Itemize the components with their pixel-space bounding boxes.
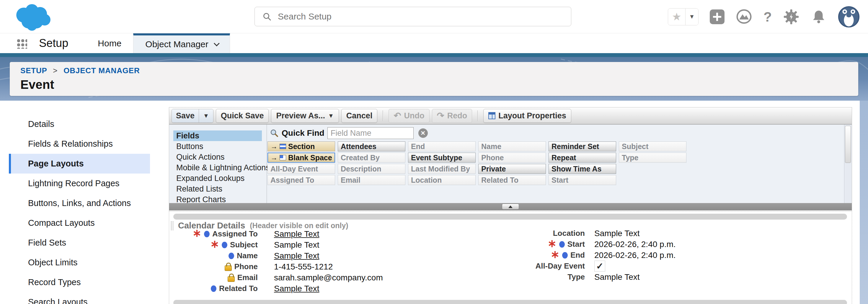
sidebar-item-record-types[interactable]: Record Types	[9, 272, 150, 292]
sidebar-item-label: Fields & Relationships	[28, 139, 113, 149]
breadcrumb-separator: >	[53, 66, 58, 75]
favorites-star-icon[interactable]: ★	[668, 8, 685, 25]
sidebar-item-compact-layouts[interactable]: Compact Layouts	[9, 213, 150, 233]
chevron-down-icon	[214, 40, 220, 46]
section-right-column: Location Sample Text ∗Start 2026-02-26, …	[423, 228, 676, 282]
tab-object-manager-label: Object Manager	[145, 39, 208, 49]
sidebar-item-lightning-record-pages[interactable]: Lightning Record Pages	[9, 174, 150, 193]
palette-category-fields[interactable]: Fields	[173, 130, 262, 141]
palette-item-email[interactable]: Email	[338, 175, 405, 185]
help-icon[interactable]: ?	[764, 9, 772, 25]
palette-category-mobile-lightning-actions[interactable]: Mobile & Lightning Actions	[173, 162, 262, 173]
tab-object-manager[interactable]: Object Manager	[133, 33, 230, 53]
quick-find-clear-icon[interactable]: ✕	[418, 128, 428, 138]
palette-item-phone[interactable]: Phone	[478, 153, 546, 163]
breadcrumb-object-manager-link[interactable]: OBJECT MANAGER	[63, 66, 140, 75]
palette-item-start[interactable]: Start	[549, 175, 616, 185]
palette-item-subject[interactable]: Subject	[619, 141, 686, 151]
palette-fields-area: Quick Find ✕ →Section Attendees End Name…	[267, 125, 852, 210]
palette-item-last-modified-by[interactable]: Last Modified By	[408, 164, 476, 174]
sidebar-item-label: Record Types	[28, 277, 81, 287]
palette-item-type[interactable]: Type	[619, 153, 686, 163]
palette-item-name[interactable]: Name	[478, 141, 546, 151]
sidebar-item-page-layouts[interactable]: Page Layouts	[9, 154, 150, 174]
layout-field-row-email[interactable]: Email sarah.sample@company.com	[169, 272, 383, 283]
layout-field-row-end[interactable]: ∗End 2026-02-26, 2:40 p.m.	[423, 250, 676, 261]
layout-field-row-name[interactable]: Name Sample Text	[169, 250, 383, 261]
layout-field-row-assigned-to[interactable]: ∗Assigned To Sample Text	[169, 229, 383, 239]
palette-item-label: Last Modified By	[411, 165, 470, 173]
palette-category-quick-actions[interactable]: Quick Actions	[173, 152, 262, 162]
sidebar-item-field-sets[interactable]: Field Sets	[9, 233, 150, 253]
layout-field-row-related-to[interactable]: Related To Sample Text	[169, 283, 383, 294]
palette-item-attendees[interactable]: Attendees	[338, 141, 405, 151]
sidebar-item-label: Details	[28, 119, 54, 129]
palette-item-assigned-to[interactable]: Assigned To	[268, 175, 335, 185]
user-avatar[interactable]	[838, 6, 860, 28]
layout-field-row-start[interactable]: ∗Start 2026-02-26, 2:40 p.m.	[423, 239, 676, 250]
save-button[interactable]: Save	[172, 109, 199, 122]
sidebar-item-object-limits[interactable]: Object Limits	[9, 253, 150, 272]
field-dot-icon	[222, 242, 227, 248]
palette-category-buttons[interactable]: Buttons	[173, 141, 262, 152]
sidebar-item-fields-relationships[interactable]: Fields & Relationships	[9, 134, 150, 154]
breadcrumb-setup-link[interactable]: SETUP	[20, 66, 47, 75]
layout-field-row-subject[interactable]: ∗Subject Sample Text	[169, 239, 383, 250]
layout-properties-button[interactable]: Layout Properties	[483, 109, 571, 123]
quick-find-input[interactable]	[328, 127, 414, 139]
palette-item-location[interactable]: Location	[408, 175, 476, 185]
layout-field-row-all-day-event[interactable]: All-Day Event ✓	[423, 261, 676, 272]
palette-item-related-to[interactable]: Related To	[478, 175, 546, 185]
sidebar-item-buttons-links-actions[interactable]: Buttons, Links, and Actions	[9, 193, 150, 213]
sidebar-item-details[interactable]: Details	[9, 114, 150, 134]
palette-category-expanded-lookups[interactable]: Expanded Lookups	[173, 173, 262, 184]
field-sample-value: Sample Text	[594, 272, 640, 282]
category-label: Related Lists	[176, 184, 222, 193]
preview-as-button[interactable]: Preview As... ▼	[271, 109, 339, 123]
cancel-button[interactable]: Cancel	[341, 109, 378, 123]
save-dropdown-icon[interactable]: ▼	[199, 109, 213, 122]
setup-gear-icon[interactable]	[783, 8, 800, 25]
palette-item-blank-space[interactable]: →Blank Space	[268, 153, 335, 163]
editor-toolbar: Save ▼ Quick Save Preview As... ▼ Cancel…	[169, 108, 852, 124]
palette-collapse-button[interactable]	[502, 204, 519, 210]
palette-item-created-by[interactable]: Created By	[338, 153, 405, 163]
trailhead-icon[interactable]	[736, 8, 752, 25]
field-sample-value: Sample Text	[274, 284, 319, 293]
layout-field-row-phone[interactable]: Phone 1-415-555-1212	[169, 261, 383, 272]
global-search-input[interactable]	[278, 11, 532, 22]
save-split-button[interactable]: Save ▼	[172, 109, 213, 123]
palette-item-event-subtype[interactable]: Event Subtype	[408, 153, 476, 163]
category-label: Fields	[176, 131, 199, 141]
palette-item-show-time-as[interactable]: Show Time As	[549, 164, 616, 174]
layout-field-row-type[interactable]: Type Sample Text	[423, 272, 676, 282]
favorites-expand-icon[interactable]: ▼	[685, 8, 698, 25]
quick-save-button[interactable]: Quick Save	[216, 109, 269, 123]
palette-item-repeat[interactable]: Repeat	[549, 153, 616, 163]
tab-home[interactable]: Home	[86, 33, 133, 53]
palette-item-end[interactable]: End	[408, 141, 476, 151]
palette-item-section[interactable]: →Section	[268, 141, 335, 151]
palette-item-reminder-set[interactable]: Reminder Set	[549, 141, 616, 151]
palette-category-related-lists[interactable]: Related Lists	[173, 184, 262, 194]
palette-scrollbar-thumb[interactable]	[845, 126, 851, 163]
favorites-control[interactable]: ★ ▼	[668, 8, 699, 25]
palette-item-description[interactable]: Description	[338, 164, 405, 174]
palette-item-label: Blank Space	[288, 153, 332, 162]
notifications-bell-icon[interactable]	[811, 9, 827, 25]
preview-as-label: Preview As...	[276, 111, 325, 120]
field-sample-value: Sample Text	[274, 240, 319, 250]
salesforce-logo[interactable]	[11, 2, 58, 31]
palette-item-label: Private	[481, 165, 506, 173]
sidebar-item-label: Search Layouts	[28, 297, 88, 304]
sidebar-item-search-layouts[interactable]: Search Layouts	[9, 292, 150, 304]
quick-save-label: Quick Save	[221, 111, 264, 120]
palette-scrollbar[interactable]	[844, 125, 852, 203]
global-add-icon[interactable]	[710, 9, 724, 24]
global-search[interactable]	[254, 7, 571, 26]
palette-item-label: Assigned To	[271, 176, 314, 184]
app-launcher-icon[interactable]	[17, 38, 27, 49]
palette-item-all-day-event[interactable]: All-Day Event	[268, 164, 335, 174]
required-icon: ∗	[192, 230, 202, 238]
palette-item-private[interactable]: Private	[478, 164, 546, 174]
